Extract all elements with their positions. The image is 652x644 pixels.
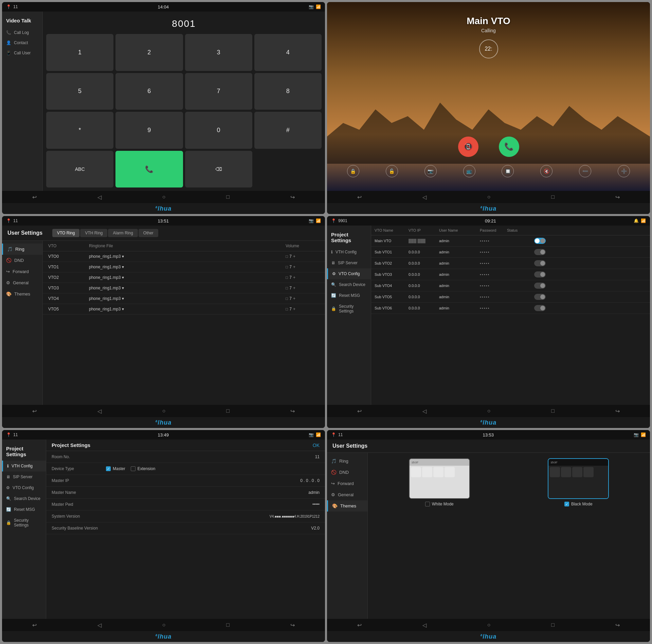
nav-back-6[interactable]: ↩ bbox=[357, 622, 362, 628]
master-checkbox[interactable]: ✓ bbox=[106, 466, 111, 471]
volume-up-button[interactable]: ➕ bbox=[618, 165, 630, 177]
key-5[interactable]: 5 bbox=[46, 73, 113, 110]
reject-call-button[interactable]: 📵 bbox=[458, 137, 478, 157]
file-5[interactable]: phone_ring1.mp3 ▾ bbox=[89, 307, 286, 311]
nav-square-3[interactable]: □ bbox=[226, 408, 230, 414]
nav-circle-5[interactable]: ○ bbox=[162, 622, 166, 628]
menu-forward-6[interactable]: ↪ Forward bbox=[327, 478, 367, 489]
black-mode-checkbox[interactable]: ✓ bbox=[564, 502, 569, 506]
vol-dec-1[interactable]: □ bbox=[286, 265, 288, 269]
vol-inc-0[interactable]: + bbox=[293, 254, 295, 259]
tab-vth-ring[interactable]: VTH Ring bbox=[80, 229, 107, 237]
menu-calllog[interactable]: 📞 Call Log bbox=[2, 28, 42, 38]
menu-reset-4[interactable]: 🔄 Reset MSG bbox=[327, 290, 371, 301]
menu-search-5[interactable]: 🔍 Search Device bbox=[2, 493, 46, 504]
key-1[interactable]: 1 bbox=[46, 34, 113, 71]
toggle-sub1[interactable] bbox=[534, 249, 546, 255]
key-star[interactable]: * bbox=[46, 112, 113, 149]
nav-back-5[interactable]: ↩ bbox=[32, 622, 37, 628]
vol-dec-4[interactable]: □ bbox=[286, 296, 288, 301]
menu-security-5[interactable]: 🔒 Security Settings bbox=[2, 515, 46, 531]
vol-dec-5[interactable]: □ bbox=[286, 307, 288, 311]
key-6[interactable]: 6 bbox=[115, 73, 183, 110]
menu-dnd-3[interactable]: 🚫 DND bbox=[2, 255, 42, 266]
delete-button[interactable]: ⌫ bbox=[185, 151, 252, 188]
nav-square-1[interactable]: □ bbox=[226, 194, 230, 200]
screen-button[interactable]: 📺 bbox=[463, 165, 475, 177]
vol-inc-1[interactable]: + bbox=[293, 265, 295, 269]
call-button[interactable]: 📞 bbox=[115, 151, 183, 188]
toggle-main[interactable] bbox=[534, 238, 546, 244]
vol-inc-3[interactable]: + bbox=[293, 286, 295, 290]
nav-triangle-2[interactable]: ◁ bbox=[422, 194, 427, 200]
toggle-sub2[interactable] bbox=[534, 260, 546, 266]
accept-call-button[interactable]: 📞 bbox=[499, 137, 519, 157]
snapshot-button[interactable]: 🔲 bbox=[502, 165, 514, 177]
file-2[interactable]: phone_ring1.mp3 ▾ bbox=[89, 275, 286, 280]
nav-forward-2[interactable]: ↪ bbox=[615, 194, 620, 200]
unlock-button[interactable]: 🔓 bbox=[386, 165, 398, 177]
nav-triangle-1[interactable]: ◁ bbox=[97, 194, 102, 200]
nav-square-4[interactable]: □ bbox=[551, 408, 555, 414]
tab-other[interactable]: Other bbox=[139, 229, 158, 237]
menu-calluser[interactable]: 📱 Call User bbox=[2, 48, 42, 58]
key-2[interactable]: 2 bbox=[115, 34, 183, 71]
file-0[interactable]: phone_ring1.mp3 ▾ bbox=[89, 254, 286, 259]
vol-dec-0[interactable]: □ bbox=[286, 254, 288, 259]
volume-down-button[interactable]: ➖ bbox=[579, 165, 591, 177]
menu-ring-3[interactable]: 🎵 Ring bbox=[2, 244, 42, 255]
mute-button[interactable]: 🔇 bbox=[540, 165, 553, 177]
toggle-sub6[interactable] bbox=[534, 305, 546, 311]
nav-triangle-5[interactable]: ◁ bbox=[97, 622, 102, 628]
file-1[interactable]: phone_ring1.mp3 ▾ bbox=[89, 265, 286, 269]
extension-option[interactable]: Extension bbox=[131, 466, 156, 471]
white-mode-checkbox[interactable] bbox=[425, 502, 430, 506]
menu-sip-5[interactable]: 🖥 SIP Server bbox=[2, 471, 46, 482]
menu-ring-6[interactable]: 🎵 Ring bbox=[327, 455, 367, 467]
menu-sip-4[interactable]: 🖥 SIP Server bbox=[327, 257, 371, 268]
menu-themes-6[interactable]: 🎨 Themes bbox=[327, 500, 367, 512]
nav-forward-4[interactable]: ↪ bbox=[615, 408, 620, 414]
nav-back-4[interactable]: ↩ bbox=[357, 408, 362, 414]
lock-button[interactable]: 🔒 bbox=[347, 165, 359, 177]
menu-themes-3[interactable]: 🎨 Themes bbox=[2, 288, 42, 300]
key-3[interactable]: 3 bbox=[185, 34, 252, 71]
key-0[interactable]: 0 bbox=[185, 112, 252, 149]
menu-security-4[interactable]: 🔒 Security Settings bbox=[327, 301, 371, 317]
key-4[interactable]: 4 bbox=[254, 34, 322, 71]
vol-inc-2[interactable]: + bbox=[293, 275, 295, 280]
key-7[interactable]: 7 bbox=[185, 73, 252, 110]
key-abc[interactable]: ABC bbox=[46, 151, 113, 188]
key-9[interactable]: 9 bbox=[115, 112, 183, 149]
nav-triangle-3[interactable]: ◁ bbox=[97, 408, 102, 414]
nav-square-5[interactable]: □ bbox=[226, 622, 230, 628]
key-8[interactable]: 8 bbox=[254, 73, 322, 110]
vol-inc-5[interactable]: + bbox=[293, 307, 295, 311]
menu-vth-5[interactable]: ℹ VTH Config bbox=[2, 461, 46, 471]
tab-alarm-ring[interactable]: Alarm Ring bbox=[108, 229, 138, 237]
tab-vto-ring[interactable]: VTO Ring bbox=[52, 229, 79, 237]
nav-triangle-4[interactable]: ◁ bbox=[422, 408, 427, 414]
vol-inc-4[interactable]: + bbox=[293, 296, 295, 301]
menu-reset-5[interactable]: 🔄 Reset MSG bbox=[2, 504, 46, 515]
nav-circle-6[interactable]: ○ bbox=[487, 622, 491, 628]
nav-triangle-6[interactable]: ◁ bbox=[422, 622, 427, 628]
vol-dec-3[interactable]: □ bbox=[286, 286, 288, 290]
menu-vth-config-4[interactable]: ℹ VTH Config bbox=[327, 247, 371, 257]
menu-contact[interactable]: 👤 Contact bbox=[2, 38, 42, 48]
nav-circle-1[interactable]: ○ bbox=[162, 194, 166, 200]
nav-back-3[interactable]: ↩ bbox=[32, 408, 37, 414]
nav-forward-5[interactable]: ↪ bbox=[290, 622, 295, 628]
menu-forward-3[interactable]: ↪ Forward bbox=[2, 266, 42, 277]
menu-search-4[interactable]: 🔍 Search Device bbox=[327, 279, 371, 290]
nav-back-1[interactable]: ↩ bbox=[32, 194, 37, 200]
file-4[interactable]: phone_ring1.mp3 ▾ bbox=[89, 296, 286, 301]
toggle-sub3[interactable] bbox=[534, 271, 546, 278]
vol-dec-2[interactable]: □ bbox=[286, 275, 288, 280]
menu-dnd-6[interactable]: 🚫 DND bbox=[327, 467, 367, 478]
nav-circle-3[interactable]: ○ bbox=[162, 408, 166, 414]
nav-forward-3[interactable]: ↪ bbox=[290, 408, 295, 414]
menu-vto-config-4[interactable]: ⚙ VTO Config bbox=[327, 268, 371, 279]
nav-forward-1[interactable]: ↪ bbox=[290, 194, 295, 200]
camera-button[interactable]: 📷 bbox=[424, 165, 437, 177]
